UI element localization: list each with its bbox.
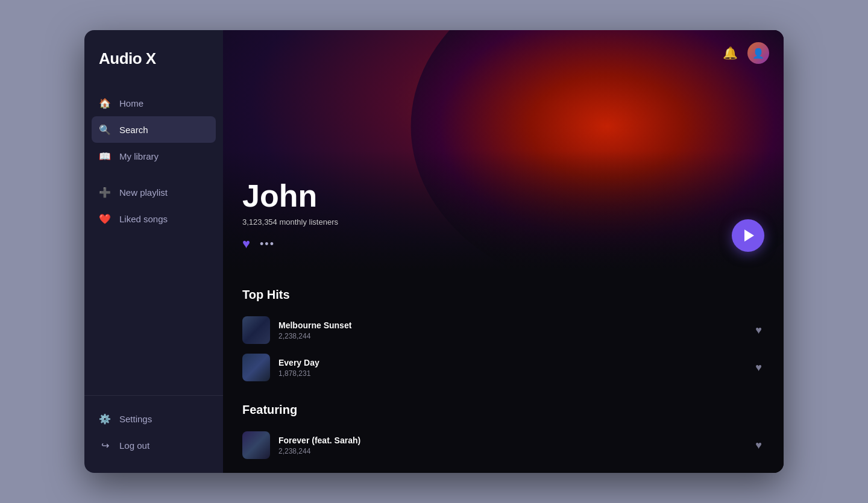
app-logo: Audio X [84, 49, 223, 90]
featuring-title: Featuring [242, 403, 764, 417]
home-icon: 🏠 [99, 97, 111, 109]
sidebar-item-label-logout: Log out [119, 440, 149, 451]
track-thumb-every-day [242, 354, 270, 381]
artist-info: John 3,123,354 monthly listeners ♥ ••• [242, 180, 338, 252]
sidebar-item-label-liked-songs: Liked songs [119, 214, 168, 224]
track-plays-every-day: 1,878,231 [278, 369, 744, 378]
track-info-forever: Forever (feat. Sarah) 2,238,244 [278, 436, 744, 455]
settings-icon: ⚙️ [99, 413, 111, 425]
artist-more-button[interactable]: ••• [260, 238, 275, 251]
avatar[interactable]: 👤 [747, 42, 769, 64]
play-button[interactable] [732, 219, 764, 252]
top-hits-title: Top Hits [242, 288, 764, 302]
track-name-melbourne-sunset: Melbourne Sunset [278, 320, 744, 330]
track-like-button-forever[interactable]: ♥ [753, 437, 764, 454]
sidebar-item-label-search: Search [119, 125, 148, 135]
notification-bell-button[interactable]: 🔔 [723, 46, 738, 60]
tracks-section: Top Hits Melbourne Sunset 2,238,244 ♥ [223, 271, 784, 473]
heart-icon: ❤️ [99, 213, 111, 225]
hero-header: 🔔 👤 [708, 30, 784, 76]
nav-section: 🏠 Home 🔍 Search 📖 My library ➕ New playl… [84, 90, 223, 395]
track-item-forever[interactable]: Forever (feat. Sarah) 2,238,244 ♥ [242, 426, 764, 464]
track-plays-melbourne-sunset: 2,238,244 [278, 332, 744, 340]
sidebar-item-settings[interactable]: ⚙️ Settings [84, 405, 223, 432]
app-container: Audio X 🏠 Home 🔍 Search 📖 My library ➕ N… [84, 30, 784, 473]
track-info-melbourne-sunset: Melbourne Sunset 2,238,244 [278, 320, 744, 340]
sidebar-item-label-settings: Settings [119, 414, 152, 424]
track-thumb-melbourne-sunset [242, 316, 270, 344]
sidebar: Audio X 🏠 Home 🔍 Search 📖 My library ➕ N… [84, 30, 223, 473]
monthly-listeners: 3,123,354 monthly listeners [242, 217, 338, 227]
library-icon: 📖 [99, 150, 111, 162]
nav-bottom: ⚙️ Settings ↪ Log out [84, 395, 223, 458]
artist-like-button[interactable]: ♥ [242, 236, 250, 252]
main-content: 🔔 👤 John 3,123,354 monthly listeners ♥ •… [223, 30, 784, 473]
artist-actions: ♥ ••• [242, 236, 338, 252]
track-like-button-every-day[interactable]: ♥ [753, 359, 764, 376]
artist-name: John [242, 180, 338, 211]
hero-section: 🔔 👤 John 3,123,354 monthly listeners ♥ •… [223, 30, 784, 271]
track-item-melbourne-sunset[interactable]: Melbourne Sunset 2,238,244 ♥ [242, 311, 764, 349]
sidebar-item-label-new-playlist: New playlist [119, 187, 168, 198]
search-icon: 🔍 [99, 123, 111, 136]
nav-divider [84, 169, 223, 179]
track-plays-forever: 2,238,244 [278, 447, 744, 455]
sidebar-item-library[interactable]: 📖 My library [84, 143, 223, 169]
track-name-every-day: Every Day [278, 358, 744, 367]
track-name-forever: Forever (feat. Sarah) [278, 436, 744, 445]
track-info-every-day: Every Day 1,878,231 [278, 358, 744, 378]
sidebar-item-liked-songs[interactable]: ❤️ Liked songs [84, 205, 223, 232]
sidebar-item-home[interactable]: 🏠 Home [84, 90, 223, 116]
add-icon: ➕ [99, 186, 111, 198]
sidebar-item-search[interactable]: 🔍 Search [92, 116, 216, 143]
sidebar-item-label-home: Home [119, 98, 143, 108]
sidebar-item-logout[interactable]: ↪ Log out [84, 432, 223, 458]
logout-icon: ↪ [99, 439, 111, 451]
track-thumb-forever [242, 431, 270, 459]
top-hits-list: Melbourne Sunset 2,238,244 ♥ Every Day 1… [242, 311, 764, 386]
sidebar-item-label-library: My library [119, 151, 159, 161]
featuring-list: Forever (feat. Sarah) 2,238,244 ♥ [242, 426, 764, 464]
track-like-button-melbourne-sunset[interactable]: ♥ [753, 322, 764, 339]
track-item-every-day[interactable]: Every Day 1,878,231 ♥ [242, 349, 764, 386]
avatar-label: 👤 [752, 48, 764, 59]
sidebar-item-new-playlist[interactable]: ➕ New playlist [84, 179, 223, 205]
